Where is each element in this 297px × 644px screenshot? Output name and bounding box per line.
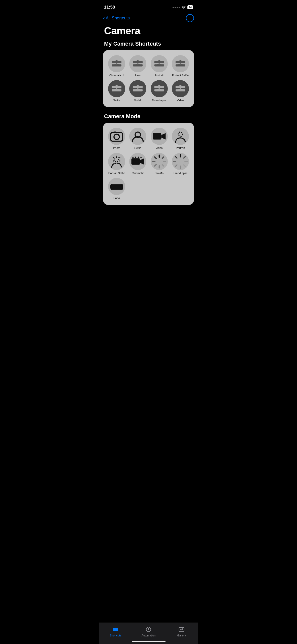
- svg-line-45: [175, 156, 177, 158]
- shortcut-icon-slo-mo: [129, 80, 146, 97]
- shortcut-label-video2: Video: [156, 146, 163, 150]
- shortcut-label-pano: Pano: [135, 74, 141, 77]
- shortcut-time-lapse2[interactable]: Time-Lapse: [171, 153, 190, 175]
- camera-mode-card: Photo Selfie: [103, 123, 194, 205]
- back-label: All Shortcuts: [106, 16, 130, 21]
- shortcut-label-selfie2: Selfie: [135, 146, 142, 150]
- shortcut-icon-slo-mo2: [151, 153, 168, 170]
- svg-point-26: [113, 157, 114, 158]
- svg-line-40: [155, 165, 156, 166]
- shortcut-selfie[interactable]: Selfie: [107, 80, 126, 102]
- info-icon: i: [189, 16, 190, 20]
- nav-bar: ‹ All Shortcuts i: [99, 13, 198, 24]
- shortcut-portrait[interactable]: Portrait: [150, 55, 169, 77]
- status-icons: 94: [173, 5, 193, 9]
- shortcut-selfie2[interactable]: Selfie: [128, 128, 147, 150]
- svg-rect-2: [133, 61, 143, 63]
- signal-icon: [173, 7, 180, 8]
- shortcut-icon-time-lapse2: [172, 153, 189, 170]
- shortcut-icon-pano: [129, 55, 146, 72]
- my-camera-shortcuts-grid: Cinematic 1 Pano: [107, 55, 190, 102]
- svg-line-37: [155, 157, 156, 158]
- shortcut-icon-video: [172, 80, 189, 97]
- svg-line-46: [184, 165, 185, 167]
- shortcut-pano[interactable]: Pano: [128, 55, 147, 77]
- shortcut-video2[interactable]: Video: [150, 128, 169, 150]
- svg-line-47: [184, 156, 185, 158]
- svg-rect-6: [176, 61, 185, 63]
- shortcut-icon-time-lapse: [151, 80, 168, 97]
- svg-rect-13: [154, 89, 164, 91]
- shortcut-label-cinematic2: Cinematic: [132, 172, 144, 175]
- shortcut-cinematic1[interactable]: Cinematic 1: [107, 55, 126, 77]
- shortcut-label-portrait-selfie2: Portrait Selfie: [108, 172, 125, 175]
- svg-point-17: [114, 134, 119, 140]
- svg-rect-18: [113, 132, 116, 133]
- svg-line-39: [162, 157, 164, 158]
- info-button[interactable]: i: [186, 14, 194, 22]
- svg-rect-10: [133, 86, 143, 88]
- page-title: Camera: [99, 24, 198, 41]
- shortcut-label-cinematic1: Cinematic 1: [109, 74, 124, 77]
- svg-rect-15: [176, 89, 185, 91]
- shortcut-label-video: Video: [177, 99, 184, 102]
- shortcut-label-portrait-selfie: Portrait Selfie: [172, 74, 189, 77]
- svg-point-32: [141, 156, 142, 158]
- shortcut-portrait-selfie2[interactable]: Portrait Selfie: [107, 153, 126, 175]
- shortcut-label-portrait2: Portrait: [176, 146, 185, 150]
- svg-rect-11: [133, 89, 143, 91]
- shortcut-portrait2[interactable]: Portrait: [171, 128, 190, 150]
- shortcut-icon-portrait: [151, 55, 168, 72]
- svg-rect-14: [176, 86, 185, 88]
- svg-point-25: [119, 160, 120, 161]
- shortcut-video[interactable]: Video: [171, 80, 190, 102]
- back-button[interactable]: ‹ All Shortcuts: [103, 15, 130, 21]
- svg-point-22: [115, 157, 119, 162]
- camera-mode-section: Camera Mode Photo: [99, 113, 198, 205]
- shortcut-time-lapse[interactable]: Time-Lapse: [150, 80, 169, 102]
- shortcut-photo[interactable]: Photo: [107, 128, 126, 150]
- shortcut-label-slo-mo2: Slo-Mo: [155, 172, 163, 175]
- svg-rect-0: [112, 61, 121, 63]
- svg-rect-28: [131, 158, 140, 165]
- shortcut-icon-pano2: [108, 178, 125, 195]
- shortcut-label-slo-mo: Slo-Mo: [134, 99, 142, 102]
- shortcut-icon-portrait2: [172, 128, 189, 145]
- svg-point-24: [119, 157, 120, 158]
- wifi-icon: [181, 6, 186, 9]
- section-title-my-camera: My Camera Shortcuts: [99, 41, 198, 50]
- shortcut-label-time-lapse2: Time-Lapse: [173, 172, 188, 175]
- battery-indicator: 94: [187, 5, 193, 9]
- svg-point-23: [116, 155, 117, 156]
- svg-rect-8: [112, 86, 121, 88]
- shortcut-label-portrait: Portrait: [155, 74, 163, 77]
- back-chevron-icon: ‹: [103, 15, 105, 21]
- svg-rect-9: [112, 89, 121, 91]
- shortcut-icon-cinematic2: [129, 153, 146, 170]
- shortcut-cinematic2[interactable]: Cinematic: [128, 153, 147, 175]
- svg-rect-1: [112, 64, 121, 67]
- svg-point-31: [138, 156, 139, 158]
- my-camera-shortcuts-section: My Camera Shortcuts Cinematic 1: [99, 41, 198, 107]
- svg-rect-12: [154, 86, 164, 88]
- svg-rect-5: [154, 64, 164, 67]
- shortcut-icon-selfie: [108, 80, 125, 97]
- my-camera-shortcuts-card: Cinematic 1 Pano: [103, 50, 194, 107]
- shortcut-icon-portrait-selfie2: [108, 153, 125, 170]
- shortcut-portrait-selfie[interactable]: Portrait Selfie: [171, 55, 190, 77]
- svg-line-48: [175, 165, 177, 167]
- section-title-camera-mode: Camera Mode: [99, 113, 198, 123]
- svg-rect-3: [133, 64, 143, 67]
- shortcut-icon-cinematic1: [108, 55, 125, 72]
- shortcut-icon-video2: [151, 128, 168, 145]
- shortcut-pano2[interactable]: Pano: [107, 178, 126, 200]
- svg-line-38: [162, 165, 164, 166]
- shortcut-label-selfie: Selfie: [113, 99, 120, 102]
- shortcut-slo-mo[interactable]: Slo-Mo: [128, 80, 147, 102]
- shortcut-slo-mo2[interactable]: Slo-Mo: [150, 153, 169, 175]
- camera-mode-grid: Photo Selfie: [107, 128, 190, 200]
- shortcut-label-pano2: Pano: [113, 197, 120, 200]
- shortcut-icon-portrait-selfie: [172, 55, 189, 72]
- svg-rect-7: [176, 64, 185, 67]
- svg-point-21: [178, 132, 182, 136]
